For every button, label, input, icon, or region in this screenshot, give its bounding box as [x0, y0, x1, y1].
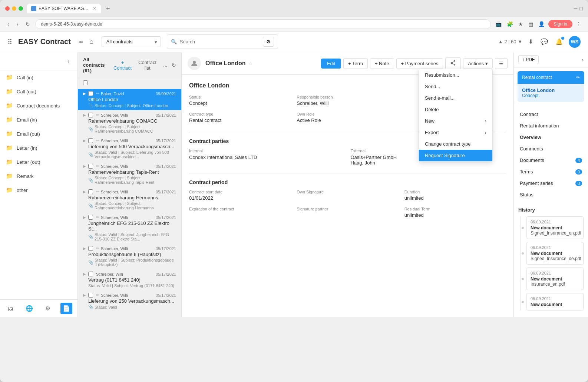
bookmark-btn[interactable]: ★ [517, 20, 525, 29]
search-input[interactable] [180, 39, 260, 44]
select-all-checkbox[interactable] [83, 80, 88, 85]
edit-btn[interactable]: Edit [321, 59, 341, 69]
dropdown-item-delete[interactable]: Delete [419, 104, 492, 115]
chat-btn[interactable]: 💬 [539, 37, 549, 47]
expand-icon[interactable]: ▶ [83, 215, 86, 219]
note-btn[interactable]: + Note [370, 58, 394, 69]
maximize-window-btn[interactable] [19, 6, 23, 11]
sidebar-item-call-in[interactable]: 📁 Call (in) [0, 70, 77, 84]
nav-item-terms[interactable]: Terms 0 [514, 166, 588, 177]
sign-in-btn[interactable]: Sign in [548, 20, 572, 28]
term-btn[interactable]: + Term [343, 58, 368, 69]
account-btn[interactable]: 👤 [537, 20, 546, 29]
payment-btn[interactable]: + Payment series [396, 58, 443, 69]
sidebar-item-letter-in[interactable]: 📁 Letter (in) [0, 141, 77, 155]
expand-icon[interactable]: ▶ [83, 139, 86, 143]
nav-item-overview[interactable]: Overview [514, 132, 588, 143]
extensions-btn[interactable]: 🧩 [505, 20, 515, 29]
item-checkbox[interactable] [88, 138, 93, 143]
dropdown-item-new[interactable]: New › [419, 115, 492, 127]
sidebar-item-other[interactable]: 📁 other [0, 183, 77, 197]
nav-left-btn[interactable]: ⇐ [77, 36, 86, 47]
sidebar-item-email-in[interactable]: 📁 Email (in) [0, 113, 77, 127]
active-tab[interactable]: EASY SOFTWARE AG DEMO (C... ✕ [27, 4, 101, 13]
reader-mode-btn[interactable]: ▤ [527, 20, 535, 29]
expand-icon[interactable]: ▶ [83, 272, 86, 276]
dropdown-item-resubmission[interactable]: Resubmission... [419, 69, 492, 81]
sidebar-settings-btn[interactable]: ⚙ [43, 303, 53, 314]
contract-item[interactable]: ▶ ✏ Baker, David 09/09/2021 Office Londo… [78, 89, 181, 110]
nav-item-contract[interactable]: Contract [514, 109, 588, 120]
filter-btn[interactable]: ⚙ [263, 37, 274, 47]
expand-icon[interactable]: ▶ [83, 246, 86, 250]
address-bar[interactable]: demo-5-28-45-3.easy-demo.de: [35, 19, 491, 29]
sidebar-globe-btn[interactable]: 🌐 [23, 303, 35, 314]
grid-icon[interactable]: ⠿ [7, 38, 12, 46]
item-checkbox[interactable] [88, 293, 93, 298]
home-btn[interactable]: ⌂ [87, 36, 96, 47]
nav-item-documents[interactable]: Documents 4 [514, 155, 588, 166]
contract-filter-select[interactable]: All contracts [102, 36, 161, 47]
add-contract-btn[interactable]: + Contract [111, 58, 134, 72]
sidebar-item-contract-documents[interactable]: 📁 Contract documents [0, 99, 77, 113]
screen-cast-btn[interactable]: 📺 [494, 20, 503, 29]
close-window-btn[interactable] [5, 6, 10, 11]
sidebar-contract-btn[interactable]: 📄 [60, 303, 72, 314]
nav-item-comments[interactable]: Comments [514, 143, 588, 155]
item-checkbox[interactable] [88, 164, 93, 169]
contract-item[interactable]: ▶ ✏ Schreiber, Willi 05/17/2021 Lieferun… [78, 290, 181, 312]
item-checkbox[interactable] [88, 246, 93, 251]
pdf-btn[interactable]: ↑ PDF [518, 55, 539, 64]
sidebar-item-call-out[interactable]: 📁 Call (out) [0, 84, 77, 99]
new-tab-btn[interactable]: + [104, 4, 112, 13]
dropdown-item-export[interactable]: Export › [419, 127, 492, 138]
notifications-btn[interactable]: 🔔 [554, 37, 564, 47]
contract-item[interactable]: ▶ ✏ Schreiber, Willi 05/17/2021 Rahmenve… [78, 110, 181, 136]
window-minimize-icon[interactable]: ─ [574, 6, 578, 11]
dropdown-item-send[interactable]: Send... [419, 81, 492, 92]
sidebar-toggle-btn[interactable]: ‹ [65, 57, 72, 66]
contract-item[interactable]: ▶ ✏ Schreiber, Willi 05/17/2021 Produkti… [78, 244, 181, 269]
contract-item[interactable]: ▶ ✏ Schreiber, Willi 05/17/2021 Junghein… [78, 213, 181, 244]
expand-icon[interactable]: ▶ [83, 164, 86, 168]
contract-item[interactable]: ▶ ✏ Schreiber, Willi 05/17/2021 Rahmenve… [78, 187, 181, 213]
tab-close-btn[interactable]: ✕ [93, 6, 96, 11]
more-options-btn[interactable]: ⋮ [575, 20, 583, 29]
star-icon[interactable]: ☆ [248, 61, 253, 66]
actions-btn[interactable]: Actions ▾ [463, 58, 493, 69]
search-bar[interactable]: 🔍 ⚙ [167, 34, 278, 49]
contract-item[interactable]: ▶ ✏ Schreiber, Willi 05/17/2021 Lieferun… [78, 136, 181, 162]
nav-item-status[interactable]: Status [514, 189, 588, 200]
back-btn[interactable]: ‹ [5, 20, 11, 29]
card-edit-icon[interactable]: ✏ [576, 75, 580, 80]
forward-btn[interactable]: › [14, 20, 21, 29]
user-avatar[interactable]: WS [569, 36, 581, 48]
detail-view-btn[interactable]: ☰ [495, 58, 508, 69]
sidebar-item-letter-out[interactable]: 📁 Letter (out) [0, 155, 77, 169]
nav-item-rental[interactable]: Rental information [514, 120, 588, 132]
sidebar-files-btn[interactable]: 🗂 [5, 303, 16, 314]
expand-icon[interactable]: ▶ [83, 293, 86, 297]
item-checkbox[interactable] [88, 91, 93, 96]
window-expand-icon[interactable]: □ [580, 6, 583, 11]
download-btn[interactable]: ⬇ [527, 37, 535, 47]
share-btn[interactable] [445, 57, 461, 70]
contract-item[interactable]: ▶ Schreiber, Willi 05/17/2021 Vertrag (0… [78, 269, 181, 290]
item-checkbox[interactable] [88, 272, 93, 276]
dropdown-item-send-email[interactable]: Send e-mail... [419, 92, 492, 104]
sidebar-item-email-out[interactable]: 📁 Email (out) [0, 127, 77, 141]
nav-item-payment[interactable]: Payment series 0 [514, 177, 588, 189]
contract-list-btn[interactable]: Contract list [136, 58, 159, 72]
right-arrow-btn[interactable]: › [582, 57, 584, 63]
item-checkbox[interactable] [88, 189, 93, 194]
contract-item[interactable]: ▶ ✏ Schreiber, Willi 05/17/2021 Rahmenve… [78, 162, 181, 187]
list-more-btn[interactable]: ... [161, 61, 169, 69]
refresh-btn[interactable]: ↻ [172, 62, 176, 68]
expand-icon[interactable]: ▶ [83, 113, 86, 117]
item-checkbox[interactable] [88, 215, 93, 220]
item-checkbox[interactable] [88, 113, 93, 117]
minimize-window-btn[interactable] [12, 6, 16, 11]
sidebar-item-remark[interactable]: 📁 Remark [0, 169, 77, 183]
dropdown-item-request-sig[interactable]: Request Signature [419, 150, 492, 161]
expand-icon[interactable]: ▶ [83, 92, 86, 96]
